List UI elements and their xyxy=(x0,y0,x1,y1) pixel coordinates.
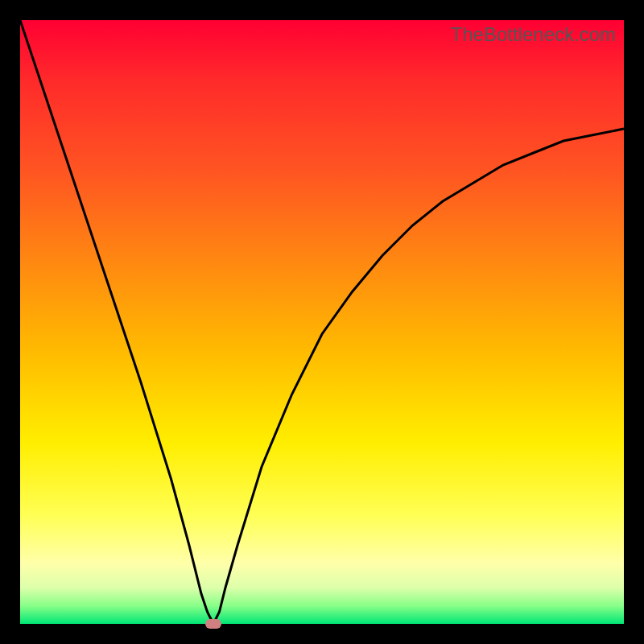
chart-plot-area: TheBottleneck.com xyxy=(20,20,624,624)
bottleneck-curve-path xyxy=(20,20,624,624)
watermark-text: TheBottleneck.com xyxy=(451,23,616,46)
optimum-marker xyxy=(205,619,221,629)
chart-frame: TheBottleneck.com xyxy=(0,0,644,644)
curve-svg xyxy=(20,20,624,624)
